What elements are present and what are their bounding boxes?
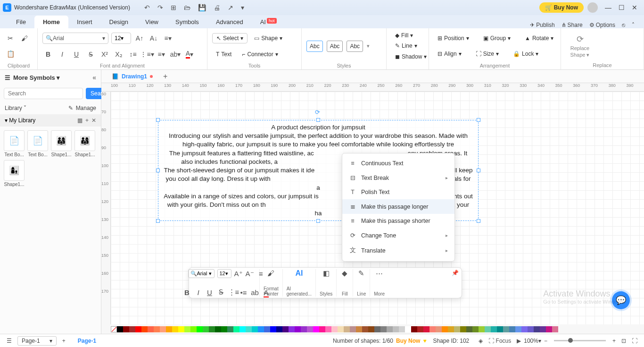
lib-grid-icon[interactable]: ▦ [77, 117, 83, 124]
color-swatch[interactable] [491, 326, 497, 332]
share-button[interactable]: ⋔ Share [561, 22, 583, 28]
add-document-button[interactable]: + [163, 72, 167, 81]
group-dropdown[interactable]: ▣ Group ▾ [479, 34, 514, 43]
thumb-item[interactable]: 📄Text Bo... [4, 130, 25, 157]
color-swatch[interactable] [356, 326, 362, 332]
print-icon[interactable]: 🖨 [214, 4, 220, 11]
color-swatch[interactable] [166, 326, 172, 332]
library-dropdown[interactable]: Library ˅ [5, 105, 26, 111]
resize-handle[interactable] [316, 219, 320, 223]
color-swatch[interactable] [227, 326, 233, 332]
style-preset-2[interactable]: Abc [327, 41, 343, 52]
focus-mode[interactable]: ⛶ Focus [486, 337, 514, 345]
align-dropdown-icon[interactable]: ≡▾ [162, 33, 173, 43]
color-swatch[interactable] [509, 326, 515, 332]
color-swatch[interactable] [497, 326, 503, 332]
presentation-icon[interactable]: ▶ [514, 337, 524, 345]
document-tab[interactable]: 📘Drawing1 [106, 71, 158, 82]
bullet-list-icon[interactable]: ⋮≡▾ [141, 49, 153, 59]
page-selector[interactable]: Page-1▾ [17, 336, 57, 346]
undo-icon[interactable]: ↶ [144, 4, 150, 11]
color-swatch[interactable] [417, 326, 423, 332]
tab-home[interactable]: Home [34, 16, 68, 28]
replace-shape-button[interactable]: ⟳ Replace Shape ▾ [566, 30, 594, 61]
ft-bulletlist-icon[interactable]: •≡ [239, 288, 248, 296]
publish-button[interactable]: ✈ Publish [530, 22, 554, 28]
color-swatch[interactable] [454, 326, 460, 332]
minimize-button[interactable]: — [602, 4, 615, 11]
select-tool[interactable]: ↖ Select ▾ [212, 33, 248, 43]
resize-handle[interactable] [156, 118, 160, 122]
open-icon[interactable]: 🗁 [184, 4, 190, 11]
color-swatch[interactable] [411, 326, 417, 332]
ft-italic-icon[interactable]: I [194, 288, 203, 296]
color-swatch[interactable] [289, 326, 295, 332]
color-swatch[interactable] [479, 326, 485, 332]
canvas-area[interactable]: 1001101201301401501601701801902002102202… [101, 83, 644, 324]
ft-bold-icon[interactable]: B [183, 288, 191, 296]
options-button[interactable]: ⚙ Options [589, 22, 615, 28]
premium-icon[interactable]: ♥ [423, 338, 426, 344]
tab-design[interactable]: Design [101, 16, 137, 28]
numbered-list-icon[interactable]: ≡▾ [156, 49, 167, 59]
color-swatch[interactable] [429, 326, 436, 332]
color-swatch[interactable] [319, 326, 325, 332]
color-swatch[interactable] [374, 326, 380, 332]
maximize-button[interactable]: ☐ [615, 4, 628, 11]
lib-add-icon[interactable]: + [85, 117, 89, 124]
ctx-change-tone[interactable]: ⟳Change Tone▸ [342, 228, 454, 243]
format-painter-icon[interactable]: 🖌 [19, 33, 30, 43]
ft-size-select[interactable]: 12▾ [217, 269, 231, 278]
style-preset-3[interactable]: Abc [347, 41, 363, 52]
tab-ai[interactable]: AIhot [252, 16, 285, 28]
ft-format-painter[interactable]: 🖌Format Painter [260, 269, 283, 296]
resize-handle[interactable] [477, 219, 480, 223]
symbol-search-input[interactable] [4, 88, 83, 99]
resize-handle[interactable] [477, 169, 480, 172]
resize-handle[interactable] [156, 219, 160, 223]
ctx-translate[interactable]: 文Translate▸ [342, 243, 454, 258]
color-swatch[interactable] [387, 326, 393, 332]
color-swatch[interactable] [393, 326, 399, 332]
new-icon[interactable]: ⊞ [171, 4, 176, 11]
color-swatch[interactable] [380, 326, 387, 332]
bold-icon[interactable]: B [42, 49, 54, 59]
no-fill-swatch[interactable] [111, 326, 117, 332]
color-swatch[interactable] [515, 326, 521, 332]
increase-font-icon[interactable]: A↑ [134, 33, 145, 43]
highlight-icon[interactable]: ab▾ [170, 49, 181, 59]
ft-underline-icon[interactable]: U [206, 288, 214, 296]
ctx-make-shorter[interactable]: ≡Make this passage shorter [342, 214, 454, 228]
close-button[interactable]: ✕ [628, 4, 641, 11]
user-avatar[interactable] [587, 2, 598, 13]
layers-icon[interactable]: ◈ [476, 337, 486, 345]
underline-icon[interactable]: U [71, 49, 82, 59]
qat-dropdown-icon[interactable]: ▾ [241, 4, 244, 11]
color-swatch[interactable] [141, 326, 148, 332]
ctx-make-longer[interactable]: ≣Make this passage longer [342, 199, 454, 214]
ft-font-select[interactable]: 🔍Arial ▾ [188, 269, 215, 278]
ft-line[interactable]: ✎Line [353, 269, 370, 296]
color-swatch[interactable] [301, 326, 307, 332]
color-swatch[interactable] [270, 326, 276, 332]
buy-now-button[interactable]: 🛒 Buy Now [539, 2, 584, 13]
color-swatch[interactable] [534, 326, 540, 332]
color-swatch[interactable] [423, 326, 429, 332]
color-swatch[interactable] [246, 326, 252, 332]
color-swatch[interactable] [325, 326, 331, 332]
export-icon[interactable]: ↗ [228, 4, 233, 11]
style-preset-1[interactable]: Abc [306, 41, 323, 52]
font-select[interactable]: 🔍 Arial▾ [42, 33, 108, 44]
color-swatch[interactable] [466, 326, 472, 332]
ft-decrease-font-icon[interactable]: A⁻ [246, 270, 254, 278]
redo-icon[interactable]: ↷ [157, 4, 163, 11]
color-swatch[interactable] [190, 326, 197, 332]
rotate-dropdown[interactable]: ▲ Rotate ▾ [521, 34, 557, 43]
color-swatch[interactable] [239, 326, 246, 332]
color-swatch[interactable] [252, 326, 258, 332]
shadow-dropdown[interactable]: ◼ Shadow ▾ [391, 52, 424, 61]
italic-icon[interactable]: I [57, 49, 68, 59]
font-color-icon[interactable]: A▾ [184, 49, 195, 59]
color-swatch[interactable] [503, 326, 509, 332]
ft-strike-icon[interactable]: S̶ [217, 288, 225, 296]
